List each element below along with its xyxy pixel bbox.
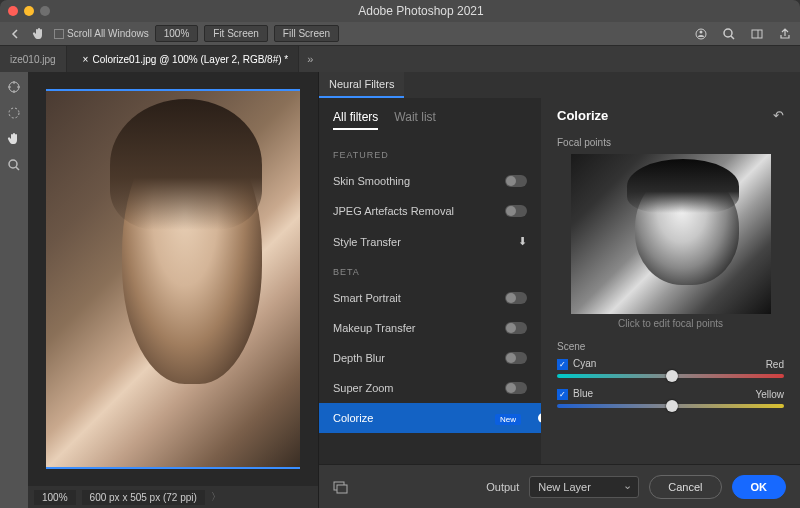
filter-label: Colorize [333, 412, 373, 424]
filter-label: Skin Smoothing [333, 175, 410, 187]
filter-smart-portrait[interactable]: Smart Portrait [319, 283, 541, 313]
filter-super-zoom[interactable]: Super Zoom [319, 373, 541, 403]
tab-label: Colorize01.jpg @ 100% (Layer 2, RGB/8#) … [92, 54, 288, 65]
share-icon[interactable] [776, 25, 794, 43]
download-icon[interactable]: ⬇ [518, 235, 527, 248]
panel-footer: Output New Layer Cancel OK [319, 464, 800, 508]
document-tab-active[interactable]: ×Colorize01.jpg @ 100% (Layer 2, RGB/8#)… [67, 46, 300, 72]
slider-knob[interactable] [666, 370, 678, 382]
toggle-icon[interactable] [505, 175, 527, 187]
svg-line-13 [16, 167, 19, 170]
reset-icon[interactable]: ↶ [773, 108, 784, 123]
ok-button[interactable]: OK [732, 475, 787, 499]
toggle-icon[interactable] [505, 382, 527, 394]
filter-list: All filters Wait list FEATURED Skin Smoo… [319, 98, 541, 464]
select-value: New Layer [538, 481, 591, 493]
tab-all-filters[interactable]: All filters [333, 110, 378, 130]
svg-rect-15 [337, 485, 347, 493]
svg-point-11 [9, 108, 19, 118]
svg-point-1 [700, 30, 703, 33]
layer-preview-icon[interactable] [333, 480, 349, 494]
workspace-icon[interactable] [748, 25, 766, 43]
filter-settings: Colorize ↶ Focal points Click to edit fo… [541, 98, 800, 464]
status-bar: 100% 600 px x 505 px (72 ppi) 〉 [28, 486, 318, 508]
tab-wait-list[interactable]: Wait list [394, 110, 436, 130]
svg-point-2 [724, 29, 732, 37]
filter-label: Depth Blur [333, 352, 385, 364]
slider-cyan-red: ✓Cyan Red [557, 358, 784, 378]
cancel-button[interactable]: Cancel [649, 475, 721, 499]
output-label: Output [486, 481, 519, 493]
document-tabs: ize010.jpg ×Colorize01.jpg @ 100% (Layer… [0, 46, 800, 72]
app-title: Adobe Photoshop 2021 [50, 4, 792, 18]
hand-tool-icon[interactable] [30, 25, 48, 43]
target-icon[interactable] [5, 78, 23, 96]
filter-jpeg-artefacts[interactable]: JPEG Artefacts Removal [319, 196, 541, 226]
focal-points-label: Focal points [557, 137, 784, 148]
close-window-icon[interactable] [8, 6, 18, 16]
fill-screen-button[interactable]: Fill Screen [274, 25, 339, 42]
slider-blue-yellow: ✓Blue Yellow [557, 388, 784, 408]
zoom-icon[interactable] [5, 156, 23, 174]
filter-style-transfer[interactable]: Style Transfer⬇ [319, 226, 541, 257]
filter-skin-smoothing[interactable]: Skin Smoothing [319, 166, 541, 196]
filter-depth-blur[interactable]: Depth Blur [319, 343, 541, 373]
focal-caption: Click to edit focal points [557, 318, 784, 329]
hand-icon[interactable] [5, 130, 23, 148]
canvas-area: 100% 600 px x 505 px (72 ppi) 〉 [28, 72, 318, 508]
status-dimensions[interactable]: 600 px x 505 px (72 ppi) [82, 490, 205, 505]
scroll-all-label: Scroll All Windows [67, 28, 149, 39]
minimize-window-icon[interactable] [24, 6, 34, 16]
filter-label: Style Transfer [333, 236, 401, 248]
toggle-icon[interactable] [505, 352, 527, 364]
maximize-window-icon[interactable] [40, 6, 50, 16]
window-controls [8, 6, 50, 16]
tab-overflow-icon[interactable]: » [299, 46, 321, 72]
search-icon[interactable] [720, 25, 738, 43]
slider-label-left: Blue [573, 388, 593, 399]
document-tab-inactive[interactable]: ize010.jpg [0, 46, 67, 72]
section-featured: FEATURED [319, 140, 541, 166]
scene-label: Scene [557, 341, 784, 352]
fit-screen-button[interactable]: Fit Screen [204, 25, 268, 42]
svg-rect-4 [752, 30, 762, 38]
tab-label: ize010.jpg [10, 54, 56, 65]
panel-tab-neural-filters[interactable]: Neural Filters [319, 72, 404, 98]
checkbox-blue[interactable]: ✓ [557, 389, 568, 400]
toggle-icon[interactable] [505, 292, 527, 304]
svg-line-3 [731, 36, 734, 39]
close-tab-icon[interactable]: × [83, 54, 89, 65]
checkbox-cyan[interactable]: ✓ [557, 359, 568, 370]
back-icon[interactable] [6, 25, 24, 43]
slider-knob[interactable] [666, 400, 678, 412]
slider-track[interactable] [557, 404, 784, 408]
options-bar: Scroll All Windows 100% Fit Screen Fill … [0, 22, 800, 46]
slider-label-left: Cyan [573, 358, 596, 369]
slider-track[interactable] [557, 374, 784, 378]
neural-filters-panel: Neural Filters All filters Wait list FEA… [318, 72, 800, 508]
section-beta: BETA [319, 257, 541, 283]
filter-colorize[interactable]: ColorizeNew [319, 403, 541, 433]
settings-title: Colorize [557, 108, 608, 123]
focal-preview[interactable] [571, 154, 771, 314]
scroll-all-windows-checkbox[interactable]: Scroll All Windows [54, 28, 149, 39]
filter-makeup-transfer[interactable]: Makeup Transfer [319, 313, 541, 343]
output-select[interactable]: New Layer [529, 476, 639, 498]
status-zoom[interactable]: 100% [34, 490, 76, 505]
document-image [46, 89, 300, 469]
document-canvas[interactable] [28, 72, 318, 486]
tools-panel [0, 72, 28, 508]
zoom-level-button[interactable]: 100% [155, 25, 199, 42]
cloud-docs-icon[interactable] [692, 25, 710, 43]
filter-label: Super Zoom [333, 382, 394, 394]
filter-label: Makeup Transfer [333, 322, 416, 334]
target-alt-icon[interactable] [5, 104, 23, 122]
new-badge: New [495, 414, 521, 425]
filter-label: Smart Portrait [333, 292, 401, 304]
toggle-icon[interactable] [505, 205, 527, 217]
filter-label: JPEG Artefacts Removal [333, 205, 454, 217]
toggle-icon[interactable] [505, 322, 527, 334]
slider-label-right: Yellow [755, 389, 784, 400]
slider-label-right: Red [766, 359, 784, 370]
status-arrow-icon[interactable]: 〉 [211, 490, 221, 504]
